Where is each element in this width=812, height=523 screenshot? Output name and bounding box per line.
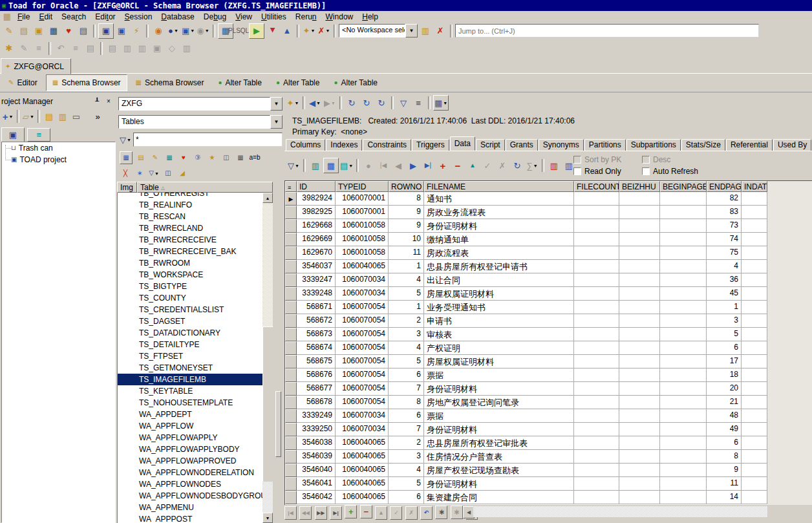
cell-beizhhu[interactable] (619, 273, 660, 287)
cell-indate[interactable] (742, 436, 767, 450)
copy-data-button[interactable]: ▦ (164, 152, 175, 164)
report-button[interactable]: ▦ (120, 151, 133, 164)
cell-id[interactable]: 3339249 (297, 409, 336, 423)
commit-button[interactable]: ● (361, 158, 376, 173)
row-selector[interactable] (285, 464, 297, 477)
column-header-typeid[interactable]: TYPEID (336, 181, 389, 192)
cell-endpage[interactable]: 82 (707, 192, 742, 206)
pin-icon[interactable]: ┸ (91, 96, 103, 107)
cell-rowno[interactable]: 8 (389, 396, 424, 409)
tab-indexes[interactable]: Indexes (326, 139, 362, 151)
cell-typeid[interactable]: 1060070054 (336, 341, 389, 355)
refresh-one-button[interactable]: ↻ (359, 96, 374, 110)
table-row[interactable]: 56867210600700542申请书3 (285, 314, 768, 328)
compare-ab-button[interactable]: a=b (249, 152, 261, 164)
table-list-item-ts_nohousetemplate[interactable]: TS_NOHOUSETEMPLATE (118, 397, 262, 409)
cell-filecount[interactable] (574, 491, 619, 504)
table-list-item-wa_appflow[interactable]: WA_APPFLOW (118, 420, 262, 432)
cell-rowno[interactable]: 4 (389, 273, 424, 287)
connect-button[interactable]: ✦▼ (302, 24, 316, 38)
schema-browser-button[interactable]: ▣ (98, 23, 114, 39)
cell-indate[interactable] (742, 233, 767, 246)
cell-typeid[interactable]: 1060070054 (336, 355, 389, 368)
cell-indate[interactable] (742, 491, 767, 504)
cell-id[interactable]: 3339250 (297, 423, 336, 436)
owner-combobox[interactable]: ZXFG ▼ (118, 97, 283, 111)
row-selector[interactable] (285, 341, 297, 355)
cell-filename[interactable]: 业务受理通知书 (424, 301, 574, 314)
cell-beginpage[interactable] (660, 382, 707, 396)
column-header-beginpage[interactable]: BEGINPAGE (660, 181, 707, 192)
cell-rowno[interactable]: 9 (389, 219, 424, 233)
cell-endpage[interactable]: 18 (707, 368, 742, 382)
sequence-button[interactable]: ③ (192, 152, 204, 164)
nav-delete-button[interactable]: − (360, 505, 372, 518)
cell-beginpage[interactable] (660, 301, 707, 314)
cell-beizhhu[interactable] (619, 477, 660, 491)
cell-endpage[interactable]: 36 (707, 273, 742, 287)
plsql-debug-button[interactable]: PLSQL▼ (234, 24, 248, 38)
nav-prior-page-button[interactable]: ◀◀ (299, 506, 312, 520)
sql-recall-button[interactable]: ♥ (61, 24, 76, 38)
table-list-item-ts_imagefilemb[interactable]: TS_IMAGEFILEMB (118, 374, 262, 385)
cell-rowno[interactable]: 2 (389, 436, 424, 450)
refresh-data-button[interactable]: ↻ (510, 158, 524, 173)
table-list-scrollbar[interactable]: ▲ ▼ (262, 193, 273, 523)
table-row[interactable]: 354603710600400651忠县房屋所有权登记申请书4 (285, 260, 768, 273)
cancel-edit-button[interactable]: ✗ (495, 158, 509, 173)
link-file-button[interactable]: ◇ (165, 41, 179, 56)
user-browser-button[interactable]: ▦ (47, 24, 61, 38)
cell-filename[interactable]: 身份证明材料 (424, 382, 574, 396)
cell-beginpage[interactable] (660, 368, 707, 382)
cell-filename[interactable]: 出让合同 (424, 273, 574, 287)
cell-filename[interactable]: 房屋权属证明材料 (424, 355, 574, 368)
cell-rowno[interactable]: 2 (389, 314, 424, 328)
open-project-button[interactable]: ▱▼ (22, 110, 35, 123)
column-header-rowno[interactable]: ROWNO (389, 181, 424, 192)
cell-typeid[interactable]: 1060010058 (336, 219, 389, 233)
cell-rowno[interactable]: 5 (389, 287, 424, 301)
cell-filename[interactable]: 身份证明材料 (424, 219, 574, 233)
cell-rowno[interactable]: 5 (389, 477, 424, 491)
cell-id[interactable]: 568676 (297, 368, 336, 382)
cell-filename[interactable]: 房地产权属登记询问笔录 (424, 396, 574, 409)
read-only-checkbox[interactable] (573, 167, 581, 175)
save-as-button[interactable]: ▥ (135, 41, 149, 56)
cell-indate[interactable] (742, 341, 767, 355)
table-list-item-wa_appflownoderelation[interactable]: WA_APPFLOWNODERELATION (118, 467, 262, 478)
cell-rowno[interactable]: 7 (389, 382, 424, 396)
table-row[interactable]: 56867110600700541业务受理通知书1 (285, 301, 768, 314)
cell-endpage[interactable]: 17 (707, 355, 742, 368)
menu-help[interactable]: Help (358, 12, 383, 22)
tab-database-view[interactable]: ≡ (27, 128, 50, 142)
save-file-button[interactable]: ▥ (120, 41, 134, 56)
cell-filecount[interactable] (574, 260, 619, 273)
table-list-item-wa_appflowapply[interactable]: WA_APPFLOWAPPLY (118, 432, 262, 443)
nav-next-page-button[interactable]: ▶▶ (315, 506, 327, 520)
sql-editor-button[interactable]: ▣ (114, 24, 129, 38)
cell-beginpage[interactable] (660, 219, 707, 233)
cell-endpage[interactable]: 1 (707, 301, 742, 314)
table-list-item-ts_detailtype[interactable]: TS_DETAILTYPE (118, 339, 262, 350)
column-header-id[interactable]: ID (297, 181, 336, 192)
cell-beizhhu[interactable] (619, 246, 660, 260)
cell-typeid[interactable]: 1060070054 (336, 314, 389, 328)
alter-table-button[interactable]: ✎ (149, 152, 161, 164)
row-selector[interactable] (285, 450, 297, 464)
cell-filecount[interactable] (574, 192, 619, 206)
horizontal-scrollbar[interactable] (473, 506, 767, 517)
menu-rerun[interactable]: Rerun (291, 12, 321, 22)
row-selector[interactable] (285, 314, 297, 328)
cell-endpage[interactable]: 49 (707, 423, 742, 436)
cell-indate[interactable] (742, 368, 767, 382)
cell-beizhhu[interactable] (619, 192, 660, 206)
cell-id[interactable]: 3339247 (297, 273, 336, 287)
cell-filecount[interactable] (574, 246, 619, 260)
cell-beizhhu[interactable] (619, 355, 660, 368)
tab-project-view[interactable]: ▣ (1, 127, 25, 143)
table-row[interactable]: 56867610600700546票据18 (285, 368, 768, 382)
browser-filter-button[interactable]: ▽ (396, 96, 411, 110)
truncate-button[interactable]: ◢ (176, 167, 188, 179)
cell-indate[interactable] (742, 301, 767, 314)
cell-filecount[interactable] (574, 273, 619, 287)
